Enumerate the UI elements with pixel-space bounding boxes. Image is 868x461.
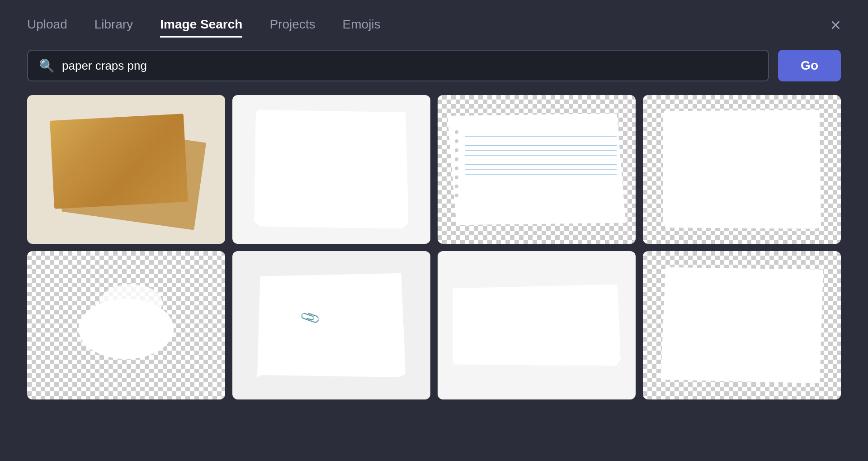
spiral-hole: [455, 148, 458, 152]
paperclip-icon: 📎: [299, 306, 321, 328]
image-result-3[interactable]: [438, 95, 636, 244]
paper-line: [465, 150, 617, 151]
image-result-7[interactable]: [438, 251, 636, 400]
tab-image-search[interactable]: Image Search: [160, 13, 242, 38]
spiral-hole: [455, 139, 458, 143]
paper-line: [465, 164, 617, 165]
lined-paper-illustration: [448, 114, 626, 225]
paper-line: [465, 160, 617, 161]
lined-paper-lines: [465, 136, 617, 208]
torn-pieces-container: [27, 251, 225, 400]
tab-projects[interactable]: Projects: [269, 13, 315, 38]
torn-paper3-illustration: [660, 267, 823, 383]
spiral-holes: [455, 130, 458, 208]
spiral-hole: [455, 185, 458, 188]
go-button[interactable]: Go: [778, 50, 841, 81]
search-bar: 🔍 Go: [0, 50, 868, 81]
paper-line: [465, 174, 617, 175]
header: Upload Library Image Search Projects Emo…: [0, 0, 868, 50]
paper-line: [465, 141, 617, 142]
torn-paper-illustration: [254, 110, 409, 229]
nav-tabs: Upload Library Image Search Projects Emo…: [27, 13, 381, 38]
torn-paper2-illustration: [663, 110, 821, 229]
spiral-hole: [455, 176, 458, 179]
image-result-6[interactable]: 📎: [232, 251, 430, 400]
spiral-hole: [455, 166, 458, 170]
search-icon: 🔍: [39, 58, 55, 73]
spiral-hole: [455, 130, 458, 134]
search-input[interactable]: [62, 59, 757, 73]
close-button[interactable]: ×: [830, 16, 841, 34]
torn-rect-illustration: [453, 284, 621, 366]
spiral-hole: [455, 194, 458, 197]
images-grid: 📎: [0, 95, 868, 399]
image-result-5[interactable]: [27, 251, 225, 400]
paper-line: [465, 145, 617, 146]
image-result-8[interactable]: [643, 251, 841, 400]
parchment-illustration: [52, 117, 201, 221]
paper-line: [465, 136, 617, 137]
spiral-hole: [455, 157, 458, 161]
tab-upload[interactable]: Upload: [27, 13, 67, 38]
image-result-4[interactable]: [643, 95, 841, 244]
image-result-2[interactable]: [232, 95, 430, 244]
parchment-front-layer: [50, 114, 188, 209]
search-input-wrapper: 🔍: [27, 50, 769, 81]
paper-line: [465, 155, 617, 156]
tab-emojis[interactable]: Emojis: [343, 13, 381, 38]
image-result-1[interactable]: [27, 95, 225, 244]
paper-line: [465, 169, 617, 170]
tab-library[interactable]: Library: [94, 13, 133, 38]
paper-clip-illustration: 📎: [257, 273, 406, 377]
